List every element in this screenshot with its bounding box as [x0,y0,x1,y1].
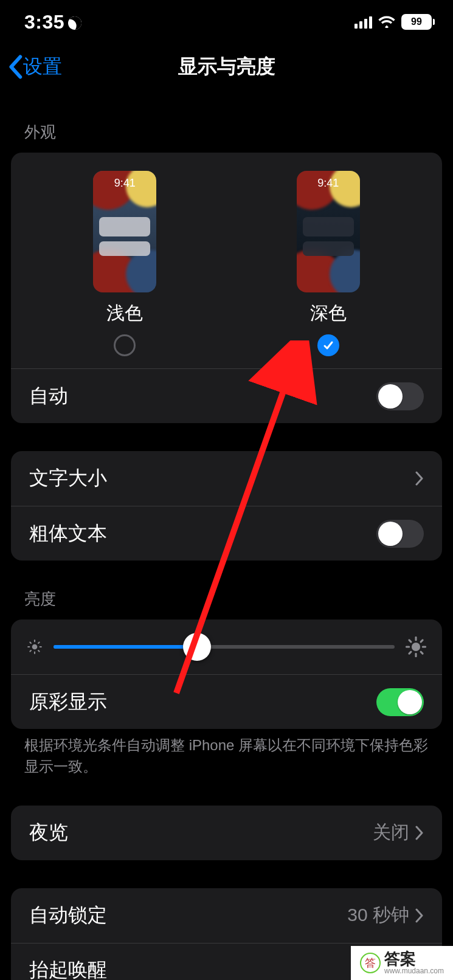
night-shift-label: 夜览 [29,820,68,846]
bold-text-toggle[interactable] [376,520,424,548]
auto-label: 自动 [29,383,68,410]
chevron-right-icon [415,908,424,923]
page-title: 显示与亮度 [178,53,275,80]
checkmark-icon [322,339,334,351]
dark-label: 深色 [310,301,347,326]
sun-min-icon [27,639,43,655]
svg-point-9 [412,643,420,651]
night-shift-value: 关闭 [373,820,409,845]
text-group: 文字大小 粗体文本 [11,451,442,561]
auto-lock-row[interactable]: 自动锁定 30 秒钟 [11,888,442,943]
dark-preview: 9:41 [297,171,360,292]
nav-header: 设置 显示与亮度 [0,49,453,85]
light-radio[interactable] [114,334,136,356]
svg-line-15 [421,652,423,654]
status-time-text: 3:35 [24,11,64,33]
text-size-row[interactable]: 文字大小 [11,451,442,506]
chevron-left-icon [7,55,23,79]
watermark-logo: 答 [360,953,381,973]
light-preview: 9:41 [93,171,156,292]
chevron-right-icon [415,471,424,486]
night-shift-row[interactable]: 夜览 关闭 [11,806,442,860]
true-tone-toggle[interactable] [376,688,424,716]
section-header-appearance: 外观 [11,122,442,153]
chevron-right-icon [415,826,424,840]
back-button[interactable]: 设置 [7,49,62,85]
watermark: 答 答案 www.mudaan.com [351,946,453,980]
svg-line-6 [38,650,40,652]
true-tone-note: 根据环境光条件自动调整 iPhone 屏幕以在不同环境下保持色彩显示一致。 [11,729,442,778]
appearance-group: 9:41 浅色 9:41 深色 自动 [11,153,442,423]
watermark-sub: www.mudaan.com [384,967,444,975]
svg-line-16 [409,652,411,654]
sun-max-icon [406,637,426,657]
appearance-light-option[interactable]: 9:41 浅色 [93,171,156,356]
svg-line-8 [38,642,40,643]
true-tone-label: 原彩显示 [29,689,107,716]
svg-line-17 [421,640,423,642]
svg-line-14 [409,640,411,642]
svg-point-0 [32,644,38,650]
true-tone-row: 原彩显示 [11,674,442,729]
svg-line-7 [30,650,31,652]
preview-time: 9:41 [93,177,156,190]
status-time: 3:35 [24,11,81,33]
brightness-slider[interactable] [54,645,395,649]
watermark-title: 答案 [384,951,444,967]
slider-thumb[interactable] [183,633,211,661]
raise-to-wake-label: 抬起唤醒 [29,957,107,980]
brightness-slider-row [11,619,442,674]
bold-text-label: 粗体文本 [29,520,107,547]
auto-lock-value: 30 秒钟 [347,903,409,928]
bold-text-row: 粗体文本 [11,506,442,561]
section-header-brightness: 亮度 [11,588,442,619]
battery-level: 99 [401,14,432,30]
auto-lock-label: 自动锁定 [29,902,107,929]
preview-time: 9:41 [297,177,360,190]
status-right: 99 [354,14,435,30]
night-shift-group: 夜览 关闭 [11,806,442,860]
text-size-label: 文字大小 [29,465,107,492]
dnd-moon-icon [67,15,82,30]
brightness-group: 原彩显示 [11,619,442,729]
battery-indicator: 99 [401,14,435,30]
svg-line-5 [30,642,31,643]
cellular-signal-icon [354,15,372,29]
status-bar: 3:35 99 [0,0,453,36]
dark-radio[interactable] [317,334,339,356]
appearance-dark-option[interactable]: 9:41 深色 [297,171,360,356]
light-label: 浅色 [106,301,143,326]
auto-appearance-toggle[interactable] [376,382,424,410]
wifi-icon [378,15,395,29]
appearance-options: 9:41 浅色 9:41 深色 [11,153,442,368]
back-label: 设置 [23,53,62,80]
auto-appearance-row: 自动 [11,368,442,423]
